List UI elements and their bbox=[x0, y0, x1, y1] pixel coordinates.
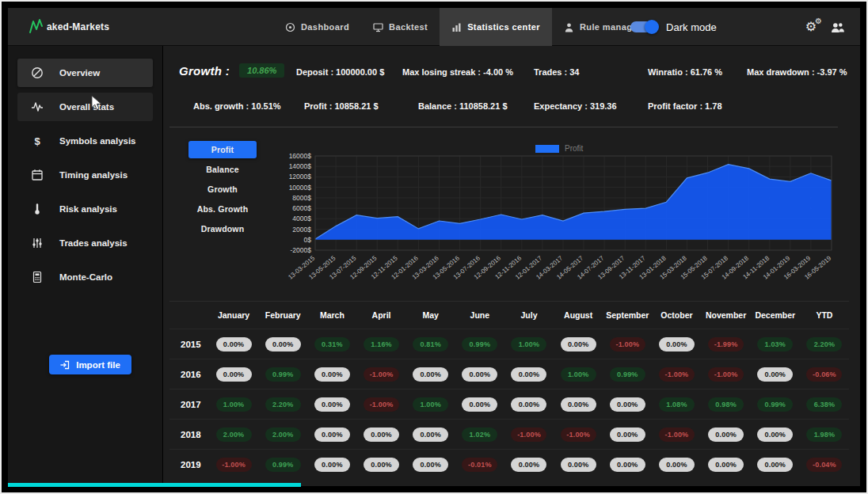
video-frame: aked-Markets Dashboard Backte bbox=[0, 0, 868, 494]
table-cell: -1.00% bbox=[554, 428, 603, 442]
monthly-return-badge: 0.00% bbox=[561, 397, 596, 412]
table-row: 20171.00%2.20%0.00%-1.00%1.00%0.00%0.00%… bbox=[169, 389, 849, 419]
monthly-return-badge: 0.00% bbox=[610, 458, 645, 472]
sidebar-item-label: Symbols analysis bbox=[59, 136, 136, 146]
monthly-return-badge: -1.00% bbox=[708, 367, 744, 382]
table-cell: 0.00% bbox=[307, 397, 356, 412]
import-file-label: Import file bbox=[76, 360, 120, 370]
main-content: Growth : 10.86% Deposit : 100000.00 $ Ma… bbox=[163, 46, 860, 486]
monthly-return-badge: 0.00% bbox=[216, 367, 252, 382]
nav-statistics-center[interactable]: Statistics center bbox=[440, 8, 552, 46]
table-cell: 0.00% bbox=[554, 458, 603, 472]
svg-text:10000$: 10000$ bbox=[289, 184, 312, 192]
toggle-knob bbox=[645, 20, 659, 34]
dark-mode-toggle[interactable] bbox=[630, 21, 657, 32]
table-cell: -1.00% bbox=[209, 458, 258, 472]
person-icon bbox=[564, 22, 574, 32]
monthly-return-badge: 1.00% bbox=[216, 397, 252, 412]
sidebar-item-overview[interactable]: Overview bbox=[17, 59, 153, 87]
sidebar-item-risk-analysis[interactable]: Risk analysis bbox=[17, 195, 153, 223]
monthly-return-badge: 6.38% bbox=[806, 397, 842, 412]
year-label: 2016 bbox=[169, 370, 209, 379]
table-cell: 1.03% bbox=[751, 337, 800, 352]
table-cell: 0.81% bbox=[406, 337, 455, 352]
table-cell: 0.00% bbox=[652, 337, 701, 352]
users-icon[interactable] bbox=[831, 21, 844, 33]
settings-gear-icon[interactable]: ⚙⚙ bbox=[805, 21, 817, 33]
nav-backtest[interactable]: Backtest bbox=[361, 8, 440, 46]
table-cell: 0.99% bbox=[258, 367, 307, 382]
table-cell: 0.00% bbox=[702, 428, 751, 442]
table-cell: 1.00% bbox=[554, 367, 603, 382]
table-cell: 0.98% bbox=[702, 397, 751, 412]
monthly-return-badge: 0.99% bbox=[265, 367, 301, 382]
chart-button-abs-growth[interactable]: Abs. Growth bbox=[188, 200, 257, 218]
table-cell: 0.00% bbox=[751, 367, 800, 382]
import-file-button[interactable]: Import file bbox=[49, 355, 131, 374]
table-cell: 0.99% bbox=[258, 458, 307, 472]
monthly-return-badge: -1.00% bbox=[659, 428, 695, 442]
svg-text:16000$: 16000$ bbox=[289, 152, 312, 160]
monthly-return-badge: 0.00% bbox=[659, 337, 695, 352]
year-label: 2015 bbox=[169, 340, 209, 349]
table-cell: 0.00% bbox=[751, 458, 800, 472]
table-row: 20182.00%2.00%0.00%0.00%0.00%1.02%-1.00%… bbox=[169, 419, 849, 449]
month-column-header: November bbox=[702, 310, 751, 320]
table-cell: 1.98% bbox=[800, 428, 849, 442]
table-cell: 2.00% bbox=[209, 428, 258, 442]
table-cell: 0.00% bbox=[356, 458, 405, 472]
svg-text:12000$: 12000$ bbox=[289, 173, 312, 180]
brand: aked-Markets bbox=[29, 8, 109, 46]
profit-area-chart: 16000$14000$12000$10000$8000$6000$4000$2… bbox=[274, 151, 836, 290]
month-column-header: December bbox=[751, 310, 800, 320]
video-progress-bar[interactable] bbox=[8, 483, 301, 487]
table-cell: 6.38% bbox=[800, 397, 849, 412]
monthly-return-badge: 0.00% bbox=[511, 397, 546, 412]
table-cell: 0.00% bbox=[356, 428, 405, 442]
monthly-return-badge: 0.99% bbox=[462, 337, 497, 352]
chart-button-balance[interactable]: Balance bbox=[188, 161, 257, 178]
table-cell: 0.00% bbox=[258, 337, 307, 352]
sidebar-item-overall-stats[interactable]: Overall stats bbox=[17, 93, 153, 121]
monthly-return-badge: -1.99% bbox=[708, 337, 744, 352]
table-cell: 0.00% bbox=[307, 367, 356, 382]
stat-deposit: Deposit : 100000.00 $ bbox=[296, 67, 384, 77]
monthly-return-badge: 0.00% bbox=[561, 337, 596, 352]
chart-button-drawdown[interactable]: Drawdown bbox=[188, 220, 257, 238]
sidebar: Overview Overall stats $ Symbols analysi… bbox=[8, 46, 163, 486]
monthly-return-badge: 1.02% bbox=[462, 428, 497, 442]
dollar-icon: $ bbox=[31, 135, 44, 147]
chart-button-profit[interactable]: Profit bbox=[188, 141, 257, 158]
nav-dashboard[interactable]: Dashboard bbox=[273, 8, 361, 46]
sidebar-item-timing-analysis[interactable]: Timing analysis bbox=[17, 161, 153, 189]
stat-max-drawdown: Max drawdown : -3.97 % bbox=[747, 67, 847, 77]
sidebar-item-symbols-analysis[interactable]: $ Symbols analysis bbox=[17, 127, 153, 155]
table-cell: -1.00% bbox=[356, 367, 405, 382]
monthly-return-badge: 1.08% bbox=[659, 397, 695, 412]
monthly-return-badge: 0.00% bbox=[708, 428, 744, 442]
table-cell: 0.00% bbox=[209, 337, 258, 352]
monthly-return-badge: -1.00% bbox=[216, 458, 252, 472]
svg-text:2000$: 2000$ bbox=[292, 226, 311, 234]
monthly-return-badge: 2.20% bbox=[806, 337, 842, 352]
pulse-icon bbox=[31, 101, 44, 113]
monthly-return-badge: 0.00% bbox=[314, 367, 350, 382]
table-cell: -1.00% bbox=[702, 367, 751, 382]
table-cell: 0.00% bbox=[652, 458, 701, 472]
year-label: 2017 bbox=[169, 400, 209, 409]
brand-n-logo-icon bbox=[29, 19, 44, 35]
monthly-return-badge: 0.00% bbox=[413, 428, 448, 442]
monthly-return-badge: 0.00% bbox=[364, 458, 399, 472]
sidebar-item-monte-carlo[interactable]: Monte-Carlo bbox=[17, 263, 153, 291]
svg-text:8000$: 8000$ bbox=[292, 194, 311, 202]
monthly-return-badge: -1.00% bbox=[364, 397, 399, 412]
chart-button-growth[interactable]: Growth bbox=[188, 180, 257, 198]
monthly-return-badge: 0.00% bbox=[511, 367, 546, 382]
table-cell: 0.00% bbox=[554, 337, 603, 352]
month-column-header: April bbox=[356, 310, 405, 320]
nav-label: Backtest bbox=[389, 22, 428, 32]
sidebar-item-trades-analysis[interactable]: Trades analysis bbox=[17, 229, 153, 257]
table-cell: 0.00% bbox=[455, 367, 504, 382]
year-label: 2018 bbox=[169, 430, 209, 439]
table-cell: 0.99% bbox=[751, 397, 800, 412]
